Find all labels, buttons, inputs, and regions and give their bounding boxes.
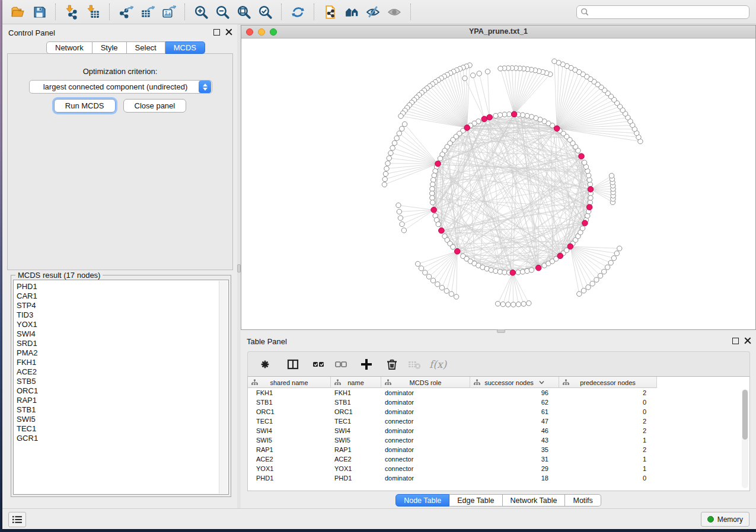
apply-layout-button[interactable] xyxy=(289,3,307,21)
cell-shared-name: TEC1 xyxy=(248,418,331,425)
column-header-predecessor-nodes[interactable]: predecessor nodes xyxy=(559,377,657,388)
toolbar-separator xyxy=(55,4,56,20)
cell-shared-name: SWI5 xyxy=(248,437,331,444)
table-row[interactable]: ORC1ORC1dominator610 xyxy=(248,407,749,416)
memory-button[interactable]: Memory xyxy=(701,512,749,527)
table-row[interactable]: FKH1FKH1dominator962 xyxy=(248,388,749,398)
function-builder-button[interactable]: f(x) xyxy=(429,358,446,370)
mcds-result-item[interactable]: STB1 xyxy=(17,405,216,415)
table-panel-float-button[interactable] xyxy=(732,338,739,344)
mcds-result-item[interactable]: PMA2 xyxy=(17,348,216,358)
control-panel-close-button[interactable] xyxy=(225,28,232,36)
table-row[interactable]: RAP1RAP1dominator352 xyxy=(248,445,749,454)
toolbar-separator xyxy=(314,4,314,20)
table-scrollbar-thumb[interactable] xyxy=(742,390,748,440)
tab-motifs[interactable]: Motifs xyxy=(565,494,601,507)
cell-MCDS-role: dominator xyxy=(381,446,470,453)
clear-table-button[interactable] xyxy=(406,355,423,373)
export-table-button[interactable] xyxy=(138,3,156,21)
zoom-selected-button[interactable] xyxy=(256,3,274,21)
tab-edge-table[interactable]: Edge Table xyxy=(449,494,502,507)
zoom-out-icon xyxy=(215,5,230,20)
optimization-criterion-dropdown[interactable]: largest connected component (undirected) xyxy=(29,80,212,94)
table-row[interactable]: STB1STB1dominator620 xyxy=(248,398,749,407)
tab-node-table[interactable]: Node Table xyxy=(395,494,449,507)
table-row[interactable]: SWI4SWI4dominator462 xyxy=(248,426,749,435)
import-network-button[interactable] xyxy=(63,3,81,21)
mcds-result-item[interactable]: TID3 xyxy=(17,310,216,320)
mcds-result-item[interactable]: ACE2 xyxy=(17,367,216,377)
save-session-button[interactable] xyxy=(30,3,48,21)
mcds-result-item[interactable]: PHD1 xyxy=(17,282,216,291)
tab-network-table[interactable]: Network Table xyxy=(503,494,566,507)
desktop-wallpaper: Control Panel NetworkStyleSelectMCDS Opt… xyxy=(0,0,756,532)
tab-network[interactable]: Network xyxy=(46,41,92,54)
table-gear-button[interactable] xyxy=(256,355,274,373)
zoom-fit-button[interactable] xyxy=(235,3,253,21)
cell-name: ORC1 xyxy=(331,408,381,415)
column-header-name[interactable]: name xyxy=(331,377,381,388)
mcds-result-title: MCDS result (17 nodes) xyxy=(15,271,103,280)
table-panel-tabs: Node TableEdge TableNetwork TableMotifs xyxy=(241,494,756,507)
cell-predecessor-nodes: 1 xyxy=(559,456,657,463)
table-row[interactable]: SWI5SWI5connector431 xyxy=(248,435,749,445)
network-canvas-svg[interactable] xyxy=(241,39,755,329)
eye-button[interactable] xyxy=(385,3,403,21)
tab-style[interactable]: Style xyxy=(92,41,127,54)
tab-select[interactable]: Select xyxy=(127,41,165,54)
horizontal-splitter-handle[interactable] xyxy=(497,329,505,333)
delete-column-button[interactable] xyxy=(383,355,401,373)
mcds-list-scrollbar[interactable] xyxy=(219,281,228,493)
mcds-result-item[interactable]: FKH1 xyxy=(17,358,216,367)
mcds-result-item[interactable]: CAR1 xyxy=(17,291,216,301)
eye-hidden-button[interactable] xyxy=(364,3,382,21)
network-canvas[interactable] xyxy=(241,39,755,329)
table-row[interactable]: TEC1TEC1connector472 xyxy=(248,416,749,426)
cell-shared-name: ACE2 xyxy=(248,456,331,463)
open-file-button[interactable] xyxy=(9,3,27,21)
table-panel-close-button[interactable] xyxy=(744,337,751,344)
zoom-out-button[interactable] xyxy=(213,3,231,21)
table-columns-button[interactable] xyxy=(284,355,302,373)
column-header-MCDS-role[interactable]: MCDS role xyxy=(381,377,470,388)
tab-mcds[interactable]: MCDS xyxy=(165,41,205,54)
table-row[interactable]: PHD1PHD1dominator180 xyxy=(248,473,749,483)
column-header-shared-name[interactable]: shared name xyxy=(248,377,331,388)
mcds-result-item[interactable]: STP4 xyxy=(17,301,216,310)
import-table-button[interactable] xyxy=(84,3,102,21)
close-panel-button[interactable]: Close panel xyxy=(123,99,187,113)
mcds-result-item[interactable]: TEC1 xyxy=(17,424,216,434)
deselect-all-button[interactable] xyxy=(332,355,350,373)
mcds-result-item[interactable]: STB5 xyxy=(17,377,216,386)
zoom-in-button[interactable] xyxy=(192,3,210,21)
document-share-button[interactable] xyxy=(321,3,339,21)
table-row[interactable]: YOX1YOX1connector291 xyxy=(248,464,749,473)
table-scrollbar xyxy=(742,389,748,488)
cell-predecessor-nodes: 1 xyxy=(559,465,657,472)
task-history-button[interactable] xyxy=(8,512,26,527)
mcds-result-item[interactable]: ORC1 xyxy=(17,386,216,396)
control-panel-title: Control Panel xyxy=(8,28,55,37)
mcds-result-item[interactable]: GCR1 xyxy=(17,434,216,443)
control-panel-float-button[interactable] xyxy=(213,29,220,36)
add-column-button[interactable] xyxy=(358,355,375,373)
mcds-result-item[interactable]: SWI5 xyxy=(17,415,216,424)
mcds-result-item[interactable]: YOX1 xyxy=(17,320,216,329)
control-panel: Control Panel NetworkStyleSelectMCDS Opt… xyxy=(2,24,237,508)
select-all-button[interactable] xyxy=(310,355,327,373)
run-mcds-button[interactable]: Run MCDS xyxy=(54,99,116,113)
document-share-icon xyxy=(323,5,338,20)
search-input[interactable] xyxy=(589,7,749,18)
column-header-successor-nodes[interactable]: successor nodes xyxy=(470,377,559,388)
houses-button[interactable] xyxy=(343,3,361,21)
cell-shared-name: PHD1 xyxy=(248,475,331,482)
export-image-button[interactable] xyxy=(160,3,177,21)
cell-MCDS-role: dominator xyxy=(381,399,470,406)
mcds-result-item[interactable]: SWI4 xyxy=(17,329,216,339)
table-row[interactable]: ACE2ACE2connector311 xyxy=(248,454,749,464)
mcds-result-item[interactable]: RAP1 xyxy=(17,396,216,405)
export-network-button[interactable] xyxy=(117,3,135,21)
mcds-result-item[interactable]: SRD1 xyxy=(17,339,216,348)
delete-column-icon xyxy=(385,357,399,371)
cell-MCDS-role: connector xyxy=(381,437,470,444)
